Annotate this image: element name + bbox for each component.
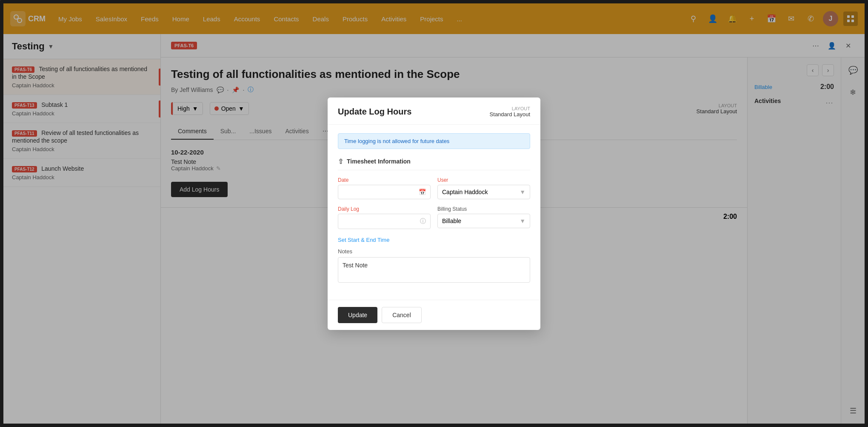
section-title: Timesheet Information [347,158,411,165]
daily-log-input[interactable]: 02:00 ⓘ [338,214,431,229]
user-field: User Captain Haddock ▼ [437,177,530,199]
daily-log-label: Daily Log [338,206,431,212]
update-log-hours-dialog: Update Log Hours LAYOUT Standard Layout … [328,97,540,330]
dialog-body: Time logging is not allowed for future d… [328,125,540,300]
date-label: Date [338,177,431,183]
dialog-header: Update Log Hours LAYOUT Standard Layout [328,97,540,125]
date-field: Date 10-22-2020 📅 [338,177,431,199]
dialog-title: Update Log Hours [338,107,411,117]
cancel-button[interactable]: Cancel [382,307,422,323]
help-icon: ⓘ [420,218,426,225]
dialog-footer: Update Cancel [328,300,540,330]
daily-log-input-field[interactable]: 02:00 [343,218,420,225]
calendar-icon: 📅 [419,189,426,195]
user-value: Captain Haddock [442,189,488,195]
date-input-field[interactable]: 10-22-2020 [343,189,419,195]
update-button[interactable]: Update [338,307,377,323]
timesheet-section-header: ⇧ Timesheet Information [338,158,530,170]
notes-label: Notes [338,248,530,255]
daily-log-field: Daily Log 02:00 ⓘ [338,206,431,229]
date-input[interactable]: 10-22-2020 📅 [338,185,431,199]
billing-status-label: Billing Status [437,206,530,212]
dialog-layout-info: LAYOUT Standard Layout [490,106,530,117]
billing-status-field: Billing Status Billable ▼ [437,206,530,229]
dialog-layout-label: LAYOUT [490,106,530,111]
user-label: User [437,177,530,183]
notes-section: Notes Test Note [338,248,530,283]
info-message: Time logging is not allowed for future d… [344,138,449,144]
info-banner: Time logging is not allowed for future d… [338,133,530,149]
billing-select-chevron-icon: ▼ [520,218,525,224]
user-select-chevron-icon: ▼ [520,189,525,195]
user-select[interactable]: Captain Haddock ▼ [437,185,530,199]
form-grid: Date 10-22-2020 📅 User Captain Haddock ▼ [338,177,530,229]
collapse-icon[interactable]: ⇧ [338,158,343,166]
dialog-overlay: Update Log Hours LAYOUT Standard Layout … [3,3,865,424]
notes-textarea[interactable]: Test Note [338,257,530,283]
billing-status-value: Billable [442,218,461,224]
set-time-link[interactable]: Set Start & End Time [338,237,389,243]
dialog-layout-value: Standard Layout [490,111,530,117]
billing-status-select[interactable]: Billable ▼ [437,214,530,228]
